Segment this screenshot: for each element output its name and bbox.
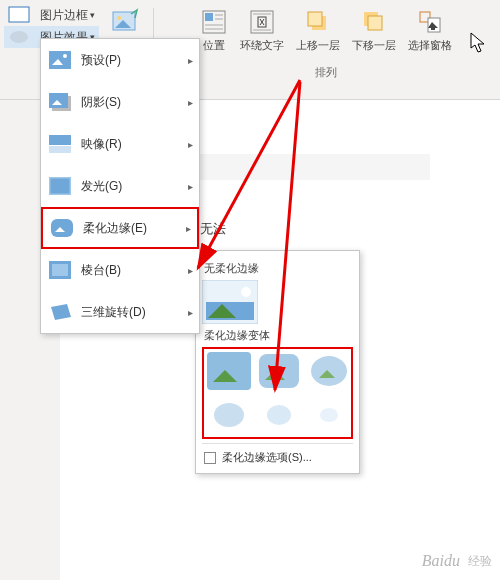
selection-pane-label: 选择窗格: [408, 38, 452, 53]
flyout-section-variants: 柔化边缘变体: [204, 328, 351, 343]
svg-rect-5: [205, 13, 213, 21]
send-backward-label: 下移一层: [352, 38, 396, 53]
svg-point-33: [241, 287, 251, 297]
send-backward-button[interactable]: 下移一层: [346, 4, 402, 57]
glow-icon: [49, 177, 71, 195]
svg-rect-27: [51, 219, 73, 237]
soft-edge-variants-grid: [202, 347, 353, 439]
variant-4[interactable]: [206, 395, 252, 435]
picture-border-button[interactable]: 图片边框 ▾: [4, 4, 99, 26]
picture-border-icon: [8, 6, 30, 24]
menu-item-label: 发光(G): [81, 178, 122, 195]
preset-icon: [49, 51, 71, 69]
menu-item-shadow[interactable]: 阴影(S) ▸: [41, 81, 199, 123]
bring-forward-label: 上移一层: [296, 38, 340, 53]
svg-rect-20: [49, 51, 71, 69]
menu-item-glow[interactable]: 发光(G) ▸: [41, 165, 199, 207]
send-backward-icon: [360, 8, 388, 36]
menu-item-preset[interactable]: 预设(P) ▸: [41, 39, 199, 81]
menu-item-label: 阴影(S): [81, 94, 121, 111]
group-label-arrange: 排列: [315, 65, 337, 80]
variant-6[interactable]: [306, 395, 352, 435]
svg-rect-0: [9, 7, 29, 22]
menu-item-bevel[interactable]: 棱台(B) ▸: [41, 249, 199, 291]
svg-rect-24: [49, 135, 71, 145]
checkbox-icon: [204, 452, 216, 464]
chevron-right-icon: ▸: [188, 55, 193, 66]
chevron-right-icon: ▸: [188, 181, 193, 192]
variant-2[interactable]: [256, 351, 302, 391]
picture-effects-menu: 预设(P) ▸ 阴影(S) ▸ 映像(R) ▸ 发光(G) ▸ 柔化边缘(E) …: [40, 38, 200, 334]
shadow-icon: [49, 93, 71, 111]
variant-3[interactable]: [306, 351, 352, 391]
reflection-icon: [49, 135, 71, 153]
menu-item-3d-rotation[interactable]: 三维旋转(D) ▸: [41, 291, 199, 333]
position-icon: [200, 8, 228, 36]
wrap-text-button[interactable]: 环绕文字: [234, 4, 290, 57]
svg-point-38: [267, 405, 291, 425]
svg-point-1: [10, 31, 28, 43]
position-label: 位置: [203, 38, 225, 53]
svg-rect-34: [207, 352, 251, 390]
selection-pane-icon: [416, 8, 444, 36]
soft-edge-options-label: 柔化边缘选项(S)...: [222, 450, 312, 465]
svg-rect-23: [49, 93, 68, 108]
watermark-sub: 经验: [468, 553, 492, 570]
bring-forward-button[interactable]: 上移一层: [290, 4, 346, 57]
menu-item-label: 柔化边缘(E): [83, 220, 147, 237]
replace-icon: [111, 8, 139, 36]
flyout-section-none: 无柔化边缘: [204, 261, 351, 276]
chevron-right-icon: ▸: [188, 97, 193, 108]
svg-rect-29: [52, 264, 68, 276]
svg-rect-25: [49, 146, 71, 153]
picture-effects-icon: [8, 28, 30, 46]
wrap-text-icon: [248, 8, 276, 36]
menu-item-soft-edges[interactable]: 柔化边缘(E) ▸: [41, 207, 199, 249]
svg-rect-17: [368, 16, 382, 30]
chevron-right-icon: ▸: [186, 223, 191, 234]
variant-1[interactable]: [206, 351, 252, 391]
doc-text: 无法: [200, 220, 226, 238]
bring-forward-icon: [304, 8, 332, 36]
soft-edge-options[interactable]: 柔化边缘选项(S)...: [202, 443, 353, 467]
soft-edges-icon: [51, 219, 73, 237]
svg-rect-15: [308, 12, 322, 26]
no-soft-edge-preview[interactable]: [202, 280, 258, 324]
rotation-3d-icon: [49, 303, 71, 321]
menu-item-reflection[interactable]: 映像(R) ▸: [41, 123, 199, 165]
selection-pane-button[interactable]: 选择窗格: [402, 4, 458, 57]
watermark: Baidu: [422, 552, 460, 570]
menu-item-label: 棱台(B): [81, 262, 121, 279]
svg-point-36: [311, 356, 347, 386]
soft-edges-flyout: 无柔化边缘 柔化边缘变体 柔化边缘选项(S)...: [195, 250, 360, 474]
bevel-icon: [49, 261, 71, 279]
doc-redaction: [170, 154, 430, 180]
menu-item-label: 预设(P): [81, 52, 121, 69]
chevron-right-icon: ▸: [188, 265, 193, 276]
svg-point-39: [320, 408, 338, 422]
svg-marker-30: [51, 304, 71, 320]
svg-rect-35: [259, 354, 299, 388]
mouse-cursor-icon: [470, 32, 488, 54]
svg-point-3: [117, 16, 121, 20]
svg-point-21: [63, 54, 67, 58]
svg-rect-26: [49, 177, 71, 195]
menu-item-label: 映像(R): [81, 136, 122, 153]
chevron-right-icon: ▸: [188, 307, 193, 318]
picture-border-label: 图片边框: [40, 7, 88, 24]
position-button[interactable]: 位置: [194, 4, 234, 57]
chevron-right-icon: ▸: [188, 139, 193, 150]
svg-point-37: [214, 403, 244, 427]
variant-5[interactable]: [256, 395, 302, 435]
wrap-text-label: 环绕文字: [240, 38, 284, 53]
menu-item-label: 三维旋转(D): [81, 304, 146, 321]
